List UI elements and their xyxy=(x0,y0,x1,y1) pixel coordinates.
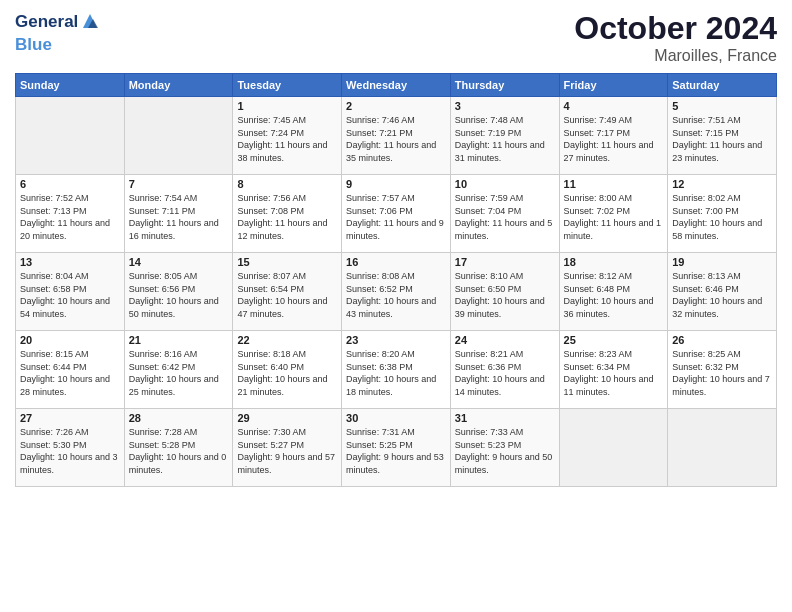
day-cell xyxy=(559,409,668,487)
header-cell-tuesday: Tuesday xyxy=(233,74,342,97)
day-cell: 28Sunrise: 7:28 AM Sunset: 5:28 PM Dayli… xyxy=(124,409,233,487)
day-info: Sunrise: 8:04 AM Sunset: 6:58 PM Dayligh… xyxy=(20,270,120,320)
header-cell-friday: Friday xyxy=(559,74,668,97)
day-info: Sunrise: 8:21 AM Sunset: 6:36 PM Dayligh… xyxy=(455,348,555,398)
week-row-5: 27Sunrise: 7:26 AM Sunset: 5:30 PM Dayli… xyxy=(16,409,777,487)
day-number: 6 xyxy=(20,178,120,190)
day-number: 13 xyxy=(20,256,120,268)
day-info: Sunrise: 7:56 AM Sunset: 7:08 PM Dayligh… xyxy=(237,192,337,242)
day-cell: 24Sunrise: 8:21 AM Sunset: 6:36 PM Dayli… xyxy=(450,331,559,409)
day-cell: 4Sunrise: 7:49 AM Sunset: 7:17 PM Daylig… xyxy=(559,97,668,175)
day-number: 1 xyxy=(237,100,337,112)
day-number: 20 xyxy=(20,334,120,346)
day-info: Sunrise: 7:26 AM Sunset: 5:30 PM Dayligh… xyxy=(20,426,120,476)
logo-icon xyxy=(79,10,101,32)
logo: General Blue xyxy=(15,10,101,55)
header-cell-sunday: Sunday xyxy=(16,74,125,97)
day-info: Sunrise: 7:33 AM Sunset: 5:23 PM Dayligh… xyxy=(455,426,555,476)
day-cell xyxy=(668,409,777,487)
day-number: 7 xyxy=(129,178,229,190)
day-info: Sunrise: 8:02 AM Sunset: 7:00 PM Dayligh… xyxy=(672,192,772,242)
day-info: Sunrise: 8:07 AM Sunset: 6:54 PM Dayligh… xyxy=(237,270,337,320)
week-row-4: 20Sunrise: 8:15 AM Sunset: 6:44 PM Dayli… xyxy=(16,331,777,409)
day-cell: 25Sunrise: 8:23 AM Sunset: 6:34 PM Dayli… xyxy=(559,331,668,409)
day-info: Sunrise: 8:25 AM Sunset: 6:32 PM Dayligh… xyxy=(672,348,772,398)
day-cell: 3Sunrise: 7:48 AM Sunset: 7:19 PM Daylig… xyxy=(450,97,559,175)
day-number: 26 xyxy=(672,334,772,346)
header-row: SundayMondayTuesdayWednesdayThursdayFrid… xyxy=(16,74,777,97)
day-number: 25 xyxy=(564,334,664,346)
day-info: Sunrise: 8:05 AM Sunset: 6:56 PM Dayligh… xyxy=(129,270,229,320)
day-info: Sunrise: 8:00 AM Sunset: 7:02 PM Dayligh… xyxy=(564,192,664,242)
day-info: Sunrise: 7:45 AM Sunset: 7:24 PM Dayligh… xyxy=(237,114,337,164)
day-cell: 27Sunrise: 7:26 AM Sunset: 5:30 PM Dayli… xyxy=(16,409,125,487)
day-info: Sunrise: 8:10 AM Sunset: 6:50 PM Dayligh… xyxy=(455,270,555,320)
day-cell: 23Sunrise: 8:20 AM Sunset: 6:38 PM Dayli… xyxy=(342,331,451,409)
day-cell: 16Sunrise: 8:08 AM Sunset: 6:52 PM Dayli… xyxy=(342,253,451,331)
day-cell: 31Sunrise: 7:33 AM Sunset: 5:23 PM Dayli… xyxy=(450,409,559,487)
day-cell: 13Sunrise: 8:04 AM Sunset: 6:58 PM Dayli… xyxy=(16,253,125,331)
day-info: Sunrise: 7:28 AM Sunset: 5:28 PM Dayligh… xyxy=(129,426,229,476)
day-cell: 1Sunrise: 7:45 AM Sunset: 7:24 PM Daylig… xyxy=(233,97,342,175)
day-number: 17 xyxy=(455,256,555,268)
day-number: 12 xyxy=(672,178,772,190)
day-cell: 29Sunrise: 7:30 AM Sunset: 5:27 PM Dayli… xyxy=(233,409,342,487)
day-cell: 11Sunrise: 8:00 AM Sunset: 7:02 PM Dayli… xyxy=(559,175,668,253)
day-info: Sunrise: 7:51 AM Sunset: 7:15 PM Dayligh… xyxy=(672,114,772,164)
header-cell-monday: Monday xyxy=(124,74,233,97)
header-cell-thursday: Thursday xyxy=(450,74,559,97)
day-info: Sunrise: 8:20 AM Sunset: 6:38 PM Dayligh… xyxy=(346,348,446,398)
day-number: 24 xyxy=(455,334,555,346)
day-cell: 12Sunrise: 8:02 AM Sunset: 7:00 PM Dayli… xyxy=(668,175,777,253)
day-info: Sunrise: 8:18 AM Sunset: 6:40 PM Dayligh… xyxy=(237,348,337,398)
day-number: 3 xyxy=(455,100,555,112)
page-header: General Blue October 2024 Maroilles, Fra… xyxy=(15,10,777,65)
day-number: 21 xyxy=(129,334,229,346)
day-cell xyxy=(16,97,125,175)
day-cell: 19Sunrise: 8:13 AM Sunset: 6:46 PM Dayli… xyxy=(668,253,777,331)
header-cell-wednesday: Wednesday xyxy=(342,74,451,97)
day-info: Sunrise: 7:52 AM Sunset: 7:13 PM Dayligh… xyxy=(20,192,120,242)
day-info: Sunrise: 7:49 AM Sunset: 7:17 PM Dayligh… xyxy=(564,114,664,164)
day-number: 15 xyxy=(237,256,337,268)
day-info: Sunrise: 8:23 AM Sunset: 6:34 PM Dayligh… xyxy=(564,348,664,398)
day-cell: 2Sunrise: 7:46 AM Sunset: 7:21 PM Daylig… xyxy=(342,97,451,175)
day-number: 27 xyxy=(20,412,120,424)
day-cell: 5Sunrise: 7:51 AM Sunset: 7:15 PM Daylig… xyxy=(668,97,777,175)
day-info: Sunrise: 7:31 AM Sunset: 5:25 PM Dayligh… xyxy=(346,426,446,476)
day-info: Sunrise: 7:57 AM Sunset: 7:06 PM Dayligh… xyxy=(346,192,446,242)
day-cell: 9Sunrise: 7:57 AM Sunset: 7:06 PM Daylig… xyxy=(342,175,451,253)
week-row-3: 13Sunrise: 8:04 AM Sunset: 6:58 PM Dayli… xyxy=(16,253,777,331)
day-number: 5 xyxy=(672,100,772,112)
day-cell: 30Sunrise: 7:31 AM Sunset: 5:25 PM Dayli… xyxy=(342,409,451,487)
day-cell: 21Sunrise: 8:16 AM Sunset: 6:42 PM Dayli… xyxy=(124,331,233,409)
week-row-2: 6Sunrise: 7:52 AM Sunset: 7:13 PM Daylig… xyxy=(16,175,777,253)
day-number: 10 xyxy=(455,178,555,190)
day-cell: 14Sunrise: 8:05 AM Sunset: 6:56 PM Dayli… xyxy=(124,253,233,331)
day-number: 31 xyxy=(455,412,555,424)
day-info: Sunrise: 8:16 AM Sunset: 6:42 PM Dayligh… xyxy=(129,348,229,398)
logo-line2: Blue xyxy=(15,35,101,55)
day-cell: 17Sunrise: 8:10 AM Sunset: 6:50 PM Dayli… xyxy=(450,253,559,331)
calendar-table: SundayMondayTuesdayWednesdayThursdayFrid… xyxy=(15,73,777,487)
day-cell: 18Sunrise: 8:12 AM Sunset: 6:48 PM Dayli… xyxy=(559,253,668,331)
day-number: 2 xyxy=(346,100,446,112)
day-number: 30 xyxy=(346,412,446,424)
day-cell: 26Sunrise: 8:25 AM Sunset: 6:32 PM Dayli… xyxy=(668,331,777,409)
day-number: 8 xyxy=(237,178,337,190)
day-info: Sunrise: 7:30 AM Sunset: 5:27 PM Dayligh… xyxy=(237,426,337,476)
day-info: Sunrise: 8:13 AM Sunset: 6:46 PM Dayligh… xyxy=(672,270,772,320)
location: Maroilles, France xyxy=(574,47,777,65)
day-cell: 7Sunrise: 7:54 AM Sunset: 7:11 PM Daylig… xyxy=(124,175,233,253)
day-number: 16 xyxy=(346,256,446,268)
title-block: October 2024 Maroilles, France xyxy=(574,10,777,65)
day-number: 11 xyxy=(564,178,664,190)
day-info: Sunrise: 7:59 AM Sunset: 7:04 PM Dayligh… xyxy=(455,192,555,242)
day-info: Sunrise: 7:54 AM Sunset: 7:11 PM Dayligh… xyxy=(129,192,229,242)
day-cell: 15Sunrise: 8:07 AM Sunset: 6:54 PM Dayli… xyxy=(233,253,342,331)
month-title: October 2024 xyxy=(574,10,777,47)
day-number: 19 xyxy=(672,256,772,268)
day-cell: 20Sunrise: 8:15 AM Sunset: 6:44 PM Dayli… xyxy=(16,331,125,409)
day-cell: 22Sunrise: 8:18 AM Sunset: 6:40 PM Dayli… xyxy=(233,331,342,409)
day-info: Sunrise: 8:08 AM Sunset: 6:52 PM Dayligh… xyxy=(346,270,446,320)
